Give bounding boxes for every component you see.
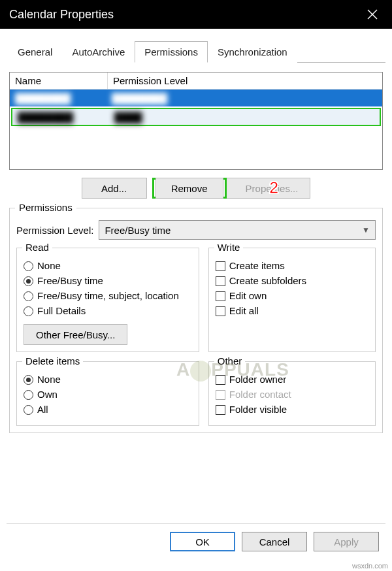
check-folder-owner[interactable] xyxy=(216,375,225,385)
chevron-down-icon: ▼ xyxy=(362,225,370,235)
radio-delete-none[interactable] xyxy=(24,375,33,385)
add-button[interactable]: Add... xyxy=(82,178,147,199)
titlebar: Calendar Properties xyxy=(0,0,392,29)
list-row[interactable]: ████████ ████████ xyxy=(10,90,382,106)
radio-read-full[interactable] xyxy=(24,306,33,316)
other-group: Other Folder owner Folder contact Folder… xyxy=(208,361,376,426)
permissions-group: Permissions Permission Level: Free/Busy … xyxy=(9,208,383,433)
delete-group: Delete items None Own All xyxy=(16,361,199,426)
check-edit-all[interactable] xyxy=(216,306,225,316)
read-group: Read None Free/Busy time Free/Busy time,… xyxy=(16,248,199,352)
radio-delete-own[interactable] xyxy=(24,390,33,400)
check-folder-visible[interactable] xyxy=(216,405,225,415)
row-level: ████ xyxy=(109,112,380,123)
ok-button[interactable]: OK xyxy=(170,532,235,551)
check-create-items[interactable] xyxy=(216,261,225,271)
write-group: Write Create items Create subfolders Edi… xyxy=(208,248,376,352)
remove-button[interactable]: Remove xyxy=(155,178,223,199)
list-header: Name Permission Level xyxy=(10,73,382,90)
tab-synchronization[interactable]: Synchronization xyxy=(208,41,297,63)
tab-bar: General AutoArchive Permissions Synchron… xyxy=(8,41,385,63)
permissions-legend: Permissions xyxy=(15,202,76,213)
dialog-button-bar: OK Cancel Apply xyxy=(7,523,385,559)
check-edit-own[interactable] xyxy=(216,291,225,301)
tab-autoarchive[interactable]: AutoArchive xyxy=(62,41,135,63)
radio-read-none[interactable] xyxy=(24,261,33,271)
permission-level-dropdown[interactable]: Free/Busy time ▼ xyxy=(99,220,376,240)
callout-2: 2 xyxy=(269,178,278,198)
apply-button[interactable]: Apply xyxy=(314,532,379,551)
tab-permissions[interactable]: Permissions xyxy=(135,41,208,63)
header-name[interactable]: Name xyxy=(10,73,108,89)
delete-legend: Delete items xyxy=(22,355,83,367)
window-title: Calendar Properties xyxy=(9,8,114,22)
remove-highlight: Remove xyxy=(152,178,227,199)
permission-level-value: Free/Busy time xyxy=(105,225,171,236)
radio-read-freebusy[interactable] xyxy=(24,276,33,286)
read-legend: Read xyxy=(22,242,52,253)
list-button-row: Add... Remove Properties... 2 xyxy=(7,178,385,199)
properties-button[interactable]: Properties... xyxy=(225,178,311,199)
tab-general[interactable]: General xyxy=(8,41,62,63)
radio-read-freebusy-subject[interactable] xyxy=(24,291,33,301)
other-freebusy-button[interactable]: Other Free/Busy... xyxy=(24,324,127,345)
permission-level-label: Permission Level: xyxy=(16,225,93,236)
close-button[interactable] xyxy=(353,0,392,29)
check-create-subfolders[interactable] xyxy=(216,276,225,286)
write-legend: Write xyxy=(214,242,244,253)
other-legend: Other xyxy=(214,355,246,367)
cancel-button[interactable]: Cancel xyxy=(242,532,307,551)
row-name: ████████ xyxy=(10,93,106,104)
header-permission-level[interactable]: Permission Level xyxy=(108,75,382,86)
list-row[interactable]: ████████ ████ 1 xyxy=(11,108,381,126)
close-icon xyxy=(367,8,378,20)
permissions-list[interactable]: Name Permission Level ████████ ████████ … xyxy=(9,72,383,170)
check-folder-contact xyxy=(216,390,225,400)
row-level: ████████ xyxy=(106,93,382,104)
radio-delete-all[interactable] xyxy=(24,405,33,415)
row-name: ████████ xyxy=(12,112,109,123)
footer-credit: wsxdn.com xyxy=(352,562,388,570)
